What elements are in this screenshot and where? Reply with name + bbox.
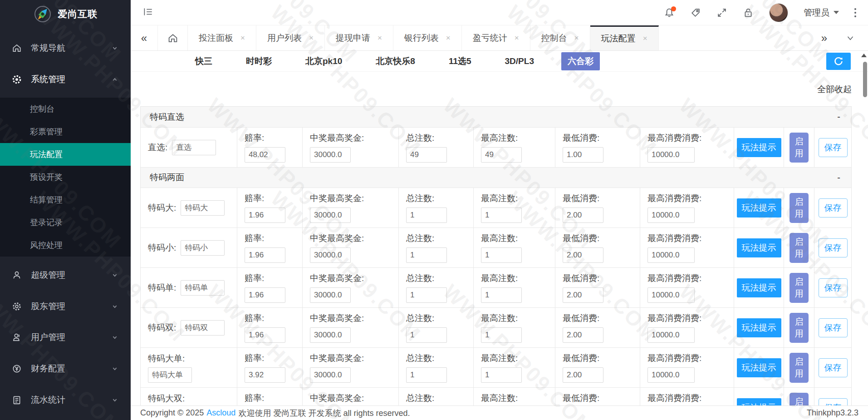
fld-max-cost-input[interactable] [647, 367, 695, 383]
fld-max-cost-input[interactable] [647, 287, 695, 303]
save-button[interactable]: 保存 [819, 398, 848, 406]
game-tab-beijing-pk10[interactable]: 北京pk10 [299, 52, 348, 70]
sidebar-item-finance-config[interactable]: 财务配置 [0, 355, 131, 382]
play-name-input[interactable] [172, 140, 216, 155]
user-avatar[interactable] [769, 3, 788, 22]
close-icon[interactable]: × [574, 34, 579, 43]
fld-max-prize-input[interactable] [310, 287, 351, 303]
tab-bank-list[interactable]: 银行列表× [393, 25, 462, 50]
fld-max-bets-input[interactable] [481, 327, 522, 343]
fullscreen-icon[interactable] [716, 7, 727, 18]
lock-icon[interactable] [743, 7, 754, 18]
fld-total-bets-input[interactable] [406, 147, 447, 163]
fld-min-cost-input[interactable] [563, 287, 603, 303]
close-icon[interactable]: × [515, 34, 519, 43]
tab-withdrawal-requests[interactable]: 提现申请× [325, 25, 393, 50]
game-tab-3d-pl3[interactable]: 3D/PL3 [499, 53, 540, 69]
save-button[interactable]: 保存 [819, 318, 848, 337]
save-button[interactable]: 保存 [819, 278, 848, 297]
fld-min-cost-input[interactable] [563, 147, 603, 163]
section-collapse-toggle[interactable]: - [835, 173, 842, 183]
notifications-bell-icon[interactable] [664, 7, 675, 18]
sidebar-item-general-nav[interactable]: 常规导航 [0, 35, 131, 62]
sidebar-item-preset-draw[interactable]: 预设开奖 [0, 166, 131, 188]
refresh-button[interactable] [826, 53, 851, 70]
fld-max-cost-input[interactable] [647, 247, 695, 263]
sidebar-item-login-records[interactable]: 登录记录 [0, 211, 131, 234]
play-tip-button[interactable]: 玩法提示 [737, 238, 781, 257]
play-tip-button[interactable]: 玩法提示 [737, 278, 781, 297]
sidebar-item-user-management[interactable]: 用户管理 [0, 324, 131, 351]
game-tab-shishicai[interactable]: 时时彩 [240, 52, 278, 70]
enable-button[interactable]: 启用 [790, 313, 809, 343]
save-button[interactable]: 保存 [819, 238, 848, 257]
enable-button[interactable]: 启用 [790, 133, 809, 163]
game-tab-kuaisan[interactable]: 快三 [189, 52, 219, 70]
sidebar-item-risk-control[interactable]: 风控处理 [0, 234, 131, 257]
play-name-input[interactable] [148, 367, 192, 383]
fld-min-cost-input[interactable] [563, 367, 603, 383]
sidebar-item-system-management[interactable]: 系统管理 [0, 66, 131, 93]
tab-home[interactable] [158, 25, 188, 50]
tab-console[interactable]: 控制台× [530, 25, 590, 50]
sidebar-item-flow-statistics[interactable]: 流水统计 [0, 386, 131, 414]
scrollbar-up-arrow[interactable] [861, 54, 867, 57]
enable-button[interactable]: 启用 [790, 193, 809, 223]
tab-user-list[interactable]: 用户列表× [256, 25, 325, 50]
menu-toggle-icon[interactable] [142, 6, 153, 19]
scrollbar-thumb[interactable] [863, 62, 867, 97]
fld-odds-input[interactable] [245, 367, 285, 383]
fld-max-bets-input[interactable] [481, 287, 522, 303]
close-icon[interactable]: × [240, 34, 245, 43]
enable-button[interactable]: 启用 [790, 393, 809, 406]
fld-max-cost-input[interactable] [647, 147, 695, 163]
close-icon[interactable]: × [378, 34, 382, 43]
user-menu[interactable]: 管理员 [804, 7, 839, 19]
play-tip-button[interactable]: 玩法提示 [737, 358, 781, 377]
enable-button[interactable]: 启用 [790, 273, 809, 303]
play-name-input[interactable] [181, 200, 225, 216]
fld-max-cost-input[interactable] [647, 327, 695, 343]
fld-max-bets-input[interactable] [481, 208, 522, 223]
game-tab-beijing-kuaile8[interactable]: 北京快乐8 [369, 52, 422, 70]
fld-min-cost-input[interactable] [563, 327, 603, 343]
more-options-icon[interactable] [854, 8, 856, 17]
fld-total-bets-input[interactable] [406, 208, 447, 223]
fld-odds-input[interactable] [245, 327, 285, 343]
section-collapse-toggle[interactable]: - [835, 112, 842, 122]
fld-max-prize-input[interactable] [310, 247, 351, 263]
fld-max-bets-input[interactable] [481, 367, 522, 383]
enable-button[interactable]: 启用 [790, 233, 809, 263]
fld-max-prize-input[interactable] [310, 327, 351, 343]
tab-profit-loss[interactable]: 盈亏统计× [462, 25, 530, 50]
close-icon[interactable]: × [643, 34, 647, 43]
sidebar-item-settlement[interactable]: 结算管理 [0, 188, 131, 211]
tabs-scroll-left[interactable]: « [131, 25, 158, 50]
play-name-input[interactable] [181, 280, 225, 296]
tab-play-config[interactable]: 玩法配置× [590, 25, 659, 50]
play-tip-button[interactable]: 玩法提示 [737, 138, 781, 157]
save-button[interactable]: 保存 [819, 198, 848, 217]
game-tab-11xuan5[interactable]: 11选5 [442, 52, 478, 70]
play-tip-button[interactable]: 玩法提示 [737, 398, 781, 406]
fld-max-prize-input[interactable] [310, 208, 351, 223]
fld-total-bets-input[interactable] [406, 367, 447, 383]
fld-total-bets-input[interactable] [406, 287, 447, 303]
fld-odds-input[interactable] [245, 208, 285, 223]
fld-total-bets-input[interactable] [406, 247, 447, 263]
sidebar-item-lottery-management[interactable]: 彩票管理 [0, 120, 131, 143]
collapse-all-link[interactable]: 全部收起 [140, 84, 852, 95]
game-tab-liuhecai[interactable]: 六合彩 [561, 52, 600, 70]
close-icon[interactable]: × [309, 34, 314, 43]
fld-min-cost-input[interactable] [563, 208, 603, 223]
ascloud-link[interactable]: Ascloud [206, 408, 235, 418]
save-button[interactable]: 保存 [819, 138, 848, 157]
fld-max-prize-input[interactable] [310, 367, 351, 383]
fld-total-bets-input[interactable] [406, 327, 447, 343]
tab-betting-panel[interactable]: 投注面板× [188, 25, 256, 50]
fld-min-cost-input[interactable] [563, 247, 603, 263]
sidebar-item-play-config[interactable]: 玩法配置 [0, 143, 131, 166]
fld-odds-input[interactable] [245, 247, 285, 263]
fld-max-bets-input[interactable] [481, 247, 522, 263]
fld-odds-input[interactable] [245, 287, 285, 303]
